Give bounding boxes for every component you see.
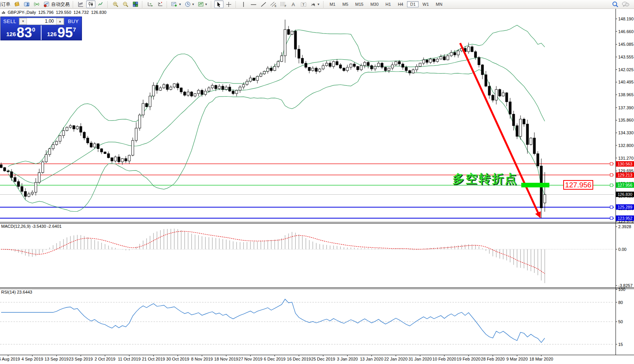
price-axis-label: 134.330 (618, 130, 634, 135)
volume-input[interactable]: 1.00 (27, 18, 56, 25)
price-tag-125.289: 125.289 (616, 204, 634, 210)
trendline-tool-icon[interactable] (259, 0, 268, 8)
tab-timeframe-m1[interactable]: M1 (327, 1, 339, 7)
fibonacci-tool-icon[interactable]: F (279, 0, 288, 8)
date-axis-label: 4 Sep 2019 (22, 357, 43, 361)
autotrading-button[interactable]: 自动交易 (42, 0, 71, 8)
buy-price[interactable]: 126 95 7 (41, 25, 82, 40)
price-axis-label: 143.555 (618, 55, 634, 59)
signals-icon[interactable] (32, 0, 42, 8)
tab-timeframe-w1[interactable]: W1 (419, 1, 432, 7)
sell-button[interactable]: SELL (1, 18, 19, 24)
date-axis-label: 6 Dec 2019 (264, 357, 285, 361)
toolbar-right-group (610, 0, 631, 8)
date-axis-label: 19 Feb 2020 (457, 357, 481, 361)
tile-windows-icon[interactable] (131, 0, 140, 8)
price-callout-box[interactable]: 127.956 (563, 180, 593, 190)
horizontal-line-tool-icon[interactable] (249, 0, 258, 8)
rsi-indicator-label: RSI(14) 23.6443 (1, 290, 32, 294)
date-axis-label: 27 Nov 2019 (239, 357, 262, 361)
arrows-tool-icon[interactable]: ▼ (309, 0, 321, 8)
date-axis-label: 13 Sep 2019 (45, 357, 68, 361)
new-order-icon[interactable] (12, 0, 22, 8)
search-icon[interactable] (611, 0, 620, 8)
date-axis-label: 21 Oct 2019 (142, 357, 165, 361)
sell-price-sup: 0 (32, 26, 35, 33)
crosshair-icon[interactable] (224, 0, 234, 8)
auto-scroll-icon[interactable] (145, 0, 155, 8)
date-axis-label: 26 Aug 2019 (0, 357, 20, 361)
indicators-icon[interactable]: ▼ (170, 0, 183, 8)
text-label-tool-icon[interactable]: T (299, 0, 308, 8)
date-axis-label: 25 Dec 2019 (311, 357, 335, 361)
periods-icon[interactable]: ▼ (184, 0, 196, 8)
price-axis-label: 132.800 (618, 143, 634, 148)
tab-timeframe-h1[interactable]: H1 (382, 1, 394, 7)
chevron-down-icon: ▼ (317, 3, 320, 6)
symbol-name: GBPJPY-,Daily (8, 10, 36, 15)
zoom-in-icon[interactable] (111, 0, 120, 8)
tab-timeframe-mn[interactable]: MN (433, 1, 445, 7)
date-axis-label: 16 Dec 2019 (287, 357, 311, 361)
date-axis-label: 13 Jan 2020 (360, 357, 384, 361)
date-axis-label: 2 Oct 2019 (95, 357, 115, 361)
toolbar-separator (142, 1, 143, 8)
tab-timeframe-m30[interactable]: M30 (367, 1, 382, 7)
zoom-out-icon[interactable] (121, 0, 130, 8)
toolbar-separator (323, 1, 325, 8)
svg-text:T: T (302, 3, 305, 7)
vertical-line-tool-icon[interactable] (239, 0, 248, 8)
date-axis-label: 18 Nov 2019 (214, 357, 238, 361)
cursor-icon[interactable] (214, 0, 224, 8)
tab-timeframe-h4[interactable]: H4 (395, 1, 406, 7)
tab-timeframe-d1[interactable]: D1 (407, 1, 419, 7)
chart-shift-icon[interactable] (155, 0, 165, 8)
new-order-label: 新订单 (0, 1, 10, 8)
sell-price-big: 83 (17, 27, 32, 38)
date-axis-label: 11 Oct 2019 (118, 357, 140, 361)
volume-decrease-button[interactable]: ▼ (19, 18, 27, 25)
date-axis-label: 10 Feb 2020 (432, 357, 456, 361)
chart-line-icon[interactable] (96, 0, 105, 8)
toolbar-separator (107, 1, 109, 8)
green-zone-rectangle[interactable] (521, 183, 549, 187)
tab-timeframe-m5[interactable]: M5 (339, 1, 351, 7)
chat-icon[interactable] (621, 0, 631, 8)
date-axis-label: 8 Nov 2019 (191, 357, 213, 361)
autotrading-label: 自动交易 (51, 1, 70, 8)
rsi-axis-label: 50 (618, 319, 623, 324)
date-axis-label: 31 Jan 2020 (409, 357, 432, 361)
date-axis-label: 3 Jan 2020 (337, 357, 358, 361)
volume-increase-button[interactable]: ▲ (56, 18, 64, 25)
price-axis-label: 146.660 (618, 29, 634, 34)
price-axis-label: 148.190 (618, 17, 634, 21)
ohlc-close: 126.830 (91, 10, 107, 15)
chart-bars-icon[interactable] (76, 0, 85, 8)
chart-candles-icon[interactable] (86, 0, 95, 8)
timeframe-buttons: M1M5M15M30H1H4D1W1MN (326, 1, 446, 7)
tab-timeframe-m15[interactable]: M15 (352, 1, 366, 7)
sell-price[interactable]: 126 83 0 (1, 25, 41, 40)
date-axis-label: 28 Feb 2020 (481, 357, 505, 361)
symbol-info-line: GBPJPY-,Daily 125.796 129.550 124.732 12… (2, 10, 107, 15)
svg-text:E: E (275, 5, 277, 7)
ohlc-open: 125.796 (38, 10, 54, 15)
price-axis-label: 140.495 (618, 80, 634, 84)
buy-button[interactable]: BUY (64, 18, 82, 24)
toolbar-separator (235, 1, 237, 8)
text-tool-icon[interactable]: A (289, 0, 298, 8)
price-axis-label: 137.390 (618, 105, 634, 110)
date-axis-label: 22 Jan 2020 (384, 357, 408, 361)
turning-point-annotation: 多空转折点 (452, 171, 518, 187)
chart-canvas[interactable] (0, 0, 634, 364)
rsi-axis-label: 100 (618, 287, 625, 292)
toolbar-separator (167, 1, 168, 8)
ohlc-low: 124.732 (73, 10, 89, 15)
equidistant-channel-tool-icon[interactable]: E (269, 0, 278, 8)
volume-stepper: ▼ 1.00 ▲ (19, 18, 64, 25)
mql-community-icon[interactable] (22, 0, 32, 8)
ohlc-high: 129.550 (56, 10, 71, 15)
new-order-button[interactable]: 新订单 (0, 0, 12, 8)
templates-icon[interactable]: ▼ (197, 0, 209, 8)
price-axis-label: 131.270 (618, 156, 634, 160)
